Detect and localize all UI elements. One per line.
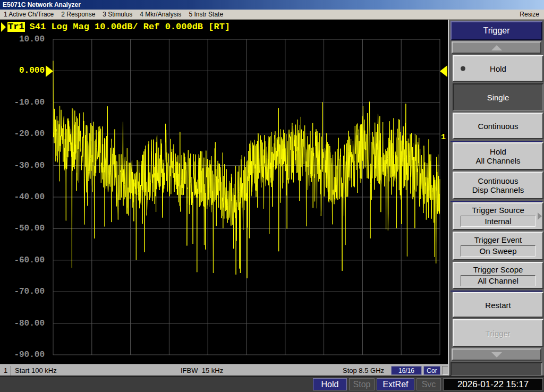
softkey-continuous[interactable]: Continuous [453,113,543,139]
softkey-hold[interactable]: HoldAll Channels [453,142,543,170]
y-axis-label: -40.00 [0,192,45,202]
y-axis-label: 0.000 [0,66,45,75]
window-title: E5071C Network Analyzer [3,1,81,8]
down-arrow-icon [491,352,502,357]
trace-display: Tr1 S41 Log Mag 10.00dB/ Ref 0.000dB [RT… [0,20,448,364]
menu-item-1[interactable]: 1 Active Ch/Trace [0,10,57,20]
softkey-continuous[interactable]: ContinuousDisp Channels [453,172,543,199]
softkey-label: Continuous [478,176,518,185]
datetime-display: 2026-01-22 15:17 [443,378,543,390]
window-titlebar: E5071C Network Analyzer [0,0,544,10]
y-axis-label: -50.00 [0,224,45,233]
status-indicator-svc: Svc [416,378,441,390]
channel-number: 1 [1,366,11,376]
y-axis-label: -80.00 [0,319,45,328]
correction-badge: Cor [423,366,440,375]
softkey-separator [450,291,542,292]
app-window: E5071C Network Analyzer 1 Active Ch/Trac… [0,0,544,392]
ref-level-marker-left [46,65,53,77]
softkey-label: Trigger Scope [473,265,523,274]
softkey-label: Hold [490,64,506,73]
menu-bar: 1 Active Ch/Trace2 Response3 Stimulus4 M… [0,10,544,20]
channel-status-bar: 1 Start 100 kHz IFBW 15 kHz Stop 8.5 GHz… [0,364,449,376]
softkey-single[interactable]: Single [453,83,543,111]
trace-plot: 1 [0,20,448,364]
status-indicator-hold: Hold [313,378,347,390]
menu-item-2[interactable]: 2 Response [57,10,99,20]
status-indicator-extref: ExtRef [377,378,414,390]
softkey-label: Hold [490,147,506,156]
trace-number-marker: 1 [441,133,446,142]
ifbw-value: IFBW 15 kHz [181,366,223,376]
softkey-restart[interactable]: Restart [453,292,543,318]
softkey-label-line2: All Channels [475,156,520,165]
softkey-trigger-scope-all-channel[interactable]: Trigger ScopeAll Channel [453,262,543,289]
menu-item-3[interactable]: 3 Stimulus [99,10,136,20]
y-axis-label: -30.00 [0,161,45,171]
y-axis-label: -20.00 [0,129,45,139]
softkey-value: All Channel [461,275,536,286]
y-axis-label: 10.00 [0,35,45,44]
y-axis-label: -70.00 [0,287,45,296]
softkey-label: Trigger [486,329,511,338]
y-axis-label: -60.00 [0,255,45,265]
softkey-label: Single [487,93,509,102]
y-axis-label: -10.00 [0,98,45,107]
sweep-start: Start 100 kHz [15,366,57,376]
points-badge: 16/16 [391,366,422,375]
y-axis-label: -90.00 [0,350,45,360]
softkey-label: Trigger Event [474,235,522,244]
up-arrow-icon [491,45,502,50]
softkey-label: Trigger Source [472,206,524,215]
instrument-status-bar: 2026-01-22 15:17 HoldStopExtRefSvc [0,376,544,392]
softkey-panel: Trigger HoldSingleContinuousHoldAll Chan… [448,20,544,376]
radio-dot-icon [461,66,465,71]
softkey-trigger-event-on-sweep[interactable]: Trigger EventOn Sweep [453,232,543,260]
softkey-label: Continuous [478,122,518,131]
status-indicator-stop: Stop [349,378,375,390]
menu-resize[interactable]: Resize [515,11,544,18]
ref-level-marker-right [440,65,447,77]
softkey-label-line2: Disp Channels [472,185,524,194]
softkey-blank-box [450,362,542,376]
softkey-value: Internal [461,216,536,227]
menu-item-4[interactable]: 4 Mkr/Analysis [136,10,185,20]
softkey-trigger: Trigger [453,319,543,347]
softkey-trigger-source-internal[interactable]: Trigger SourceInternal [453,202,543,230]
sweep-stop: Stop 8.5 GHz [343,366,384,376]
softkey-scroll-up-button[interactable] [452,41,541,54]
submenu-arrow-icon [538,212,542,220]
softkey-hold[interactable]: Hold [453,55,543,82]
softkey-label: Restart [485,301,511,310]
softkey-separator [450,201,542,202]
softkey-value: On Sweep [461,245,536,257]
softkey-separator [450,141,542,142]
softkey-scroll-down-button[interactable] [452,348,541,361]
menu-item-5[interactable]: 5 Instr State [185,10,227,20]
softkey-menu-title: Trigger [450,21,542,40]
